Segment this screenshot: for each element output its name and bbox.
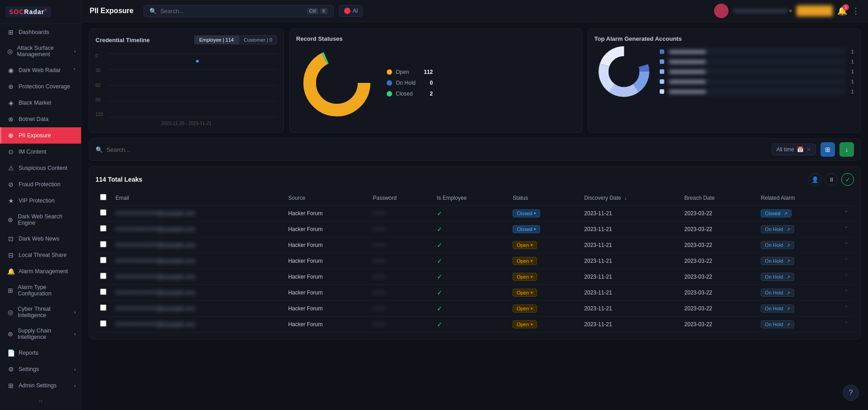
sidebar-item-alarm-type-config[interactable]: ⊞ Alarm Type Configuration [0,280,81,301]
sidebar-item-alarm-management[interactable]: 🔔 Alarm Management [0,263,81,280]
sidebar-item-suspicious-content[interactable]: ⚠ Suspicious Content [0,160,81,176]
sidebar-item-admin-settings[interactable]: ⊞ Admin Settings › [0,377,81,394]
row-expand-icon[interactable]: ˅ [845,305,848,312]
pause-action-btn[interactable]: ⏸ [825,173,838,186]
row-checkbox-cell[interactable] [96,237,111,251]
alarm-cell[interactable]: On Hold ↗ [756,269,840,285]
status-badge[interactable]: Open ▾ [513,304,537,313]
row-checkbox[interactable] [100,320,106,327]
alarm-cell[interactable]: Closed ↗ [756,206,840,222]
expand-cell[interactable]: ˅ [840,253,854,269]
status-badge[interactable]: Open ▾ [513,241,537,249]
expand-cell[interactable]: ˅ [840,269,854,285]
tab-customer[interactable]: Customer | 0 [239,35,277,44]
sidebar-item-supply-chain[interactable]: ⊛ Supply Chain Intelligence › [0,323,81,345]
alarm-cell[interactable]: On Hold ↗ [756,222,840,237]
status-cell[interactable]: Closed ▾ [508,222,580,237]
person-action-btn[interactable]: 👤 [809,173,821,186]
alarm-badge[interactable]: On Hold ↗ [761,225,794,233]
menu-icon[interactable]: ⋮ [852,6,860,16]
alarm-cell[interactable]: On Hold ↗ [756,285,840,301]
global-search[interactable]: 🔍 Ctrl K [144,5,334,17]
row-checkbox-cell[interactable] [96,269,111,283]
status-cell[interactable]: Open ▾ [508,317,580,333]
row-expand-icon[interactable]: ˅ [845,210,848,217]
sidebar-item-settings[interactable]: ⚙ Settings › [0,361,81,377]
row-checkbox[interactable] [100,209,106,216]
expand-cell[interactable]: ˅ [840,285,854,301]
check-action-btn[interactable]: ✓ [841,173,854,186]
sidebar-item-vip-protection[interactable]: ★ VIP Protection [0,193,81,209]
select-all-header[interactable] [96,190,111,206]
sidebar-item-black-market[interactable]: ◈ Black Market [0,95,81,111]
status-badge[interactable]: Open ▾ [513,320,537,328]
help-bubble[interactable]: ? [843,385,859,401]
sidebar-item-attack-surface[interactable]: ◎ Attack Surface Management › [0,40,81,62]
logo[interactable]: SOCRadar® [5,6,51,17]
sidebar-item-dark-web-search[interactable]: ⊛ Dark Web Search Engine [0,209,81,231]
alarm-badge[interactable]: On Hold ↗ [761,304,794,313]
sidebar-item-dashboards[interactable]: ⊞ Dashboards [0,24,81,40]
status-cell[interactable]: Open ▾ [508,269,580,285]
expand-cell[interactable]: ˅ [840,317,854,333]
select-all-checkbox[interactable] [100,194,106,200]
alarm-badge[interactable]: On Hold ↗ [761,257,794,265]
row-checkbox-cell[interactable] [96,317,111,330]
row-checkbox[interactable] [100,257,106,263]
status-badge[interactable]: Open ▾ [513,289,537,297]
alarm-cell[interactable]: On Hold ↗ [756,237,840,253]
alarm-cell[interactable]: On Hold ↗ [756,301,840,317]
sidebar-item-local-threat[interactable]: ⊟ Local Threat Share [0,247,81,263]
status-cell[interactable]: Open ▾ [508,253,580,269]
alarm-badge[interactable]: On Hold ↗ [761,320,794,328]
alarm-badge[interactable]: On Hold ↗ [761,241,794,249]
search-input[interactable] [160,8,303,14]
row-expand-icon[interactable]: ˅ [845,289,848,296]
alarm-badge[interactable]: On Hold ↗ [761,289,794,297]
alarm-cell[interactable]: On Hold ↗ [756,253,840,269]
sidebar-item-reports[interactable]: 📄 Reports [0,345,81,361]
tab-employee[interactable]: Employee | 114 [194,35,239,44]
row-checkbox[interactable] [100,241,106,247]
expand-cell[interactable]: ˅ [840,222,854,237]
row-expand-icon[interactable]: ˅ [845,258,848,264]
expand-cell[interactable]: ˅ [840,237,854,253]
alarm-cell[interactable]: On Hold ↗ [756,317,840,333]
sidebar-item-fraud-protection[interactable]: ⊘ Fraud Protection [0,176,81,193]
sidebar-item-pii-exposure[interactable]: ⊕ PII Exposure [0,127,81,144]
status-badge[interactable]: Open ▾ [513,273,537,281]
filter-columns-button[interactable]: ⊞ [820,142,835,157]
time-filter-select[interactable]: All time 📅 ✕ [772,144,816,155]
row-expand-icon[interactable]: ˅ [845,242,848,248]
expand-cell[interactable]: ˅ [840,206,854,222]
sidebar-item-cyber-threat[interactable]: ◎ Cyber Threat Intelligence › [0,301,81,323]
ai-button[interactable]: AI [339,5,363,17]
sidebar-item-botnet-data[interactable]: ⊗ Botnet Data [0,111,81,127]
row-checkbox[interactable] [100,304,106,311]
row-expand-icon[interactable]: ˅ [845,274,848,280]
row-checkbox-cell[interactable] [96,222,111,235]
export-button[interactable]: ↓ [839,142,854,157]
row-expand-icon[interactable]: ˅ [845,226,848,232]
row-expand-icon[interactable]: ˅ [845,321,848,328]
expand-cell[interactable]: ˅ [840,301,854,317]
row-checkbox[interactable] [100,273,106,279]
alarm-badge[interactable]: On Hold ↗ [761,273,794,281]
sidebar-item-dark-web-radar[interactable]: ◉ Dark Web Radar ˅ [0,62,81,78]
status-badge[interactable]: Closed ▾ [513,209,540,217]
row-checkbox[interactable] [100,225,106,232]
row-checkbox-cell[interactable] [96,206,111,219]
table-search[interactable]: 🔍 [96,146,429,153]
sidebar-item-im-content[interactable]: ⊙ IM Content [0,144,81,160]
avatar-secondary[interactable] [796,5,833,16]
status-badge[interactable]: Open ▾ [513,257,537,265]
status-cell[interactable]: Open ▾ [508,237,580,253]
row-checkbox-cell[interactable] [96,301,111,314]
row-checkbox-cell[interactable] [96,253,111,267]
sidebar-collapse-btn[interactable]: ‹‹ [0,394,81,408]
sidebar-item-dark-web-news[interactable]: ⊡ Dark Web News [0,231,81,247]
row-checkbox[interactable] [100,289,106,295]
avatar-primary[interactable] [714,4,729,18]
status-cell[interactable]: Open ▾ [508,285,580,301]
status-badge[interactable]: Closed ▾ [513,225,540,233]
